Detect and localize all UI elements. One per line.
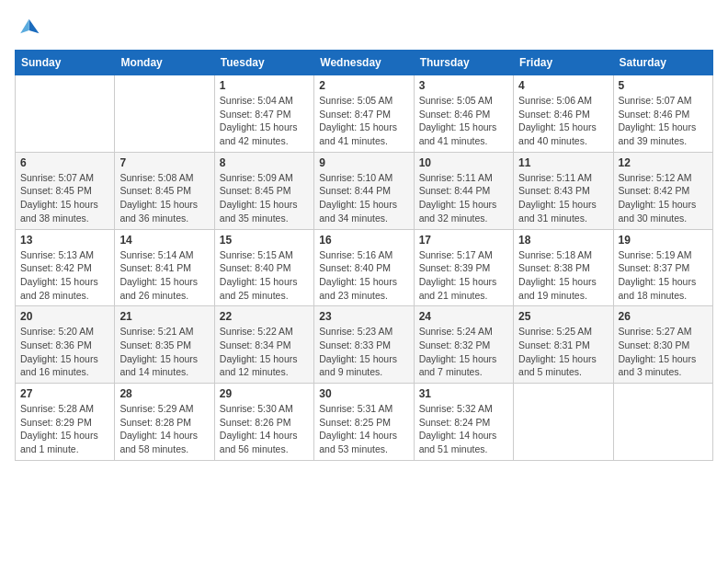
calendar-cell: 30Sunrise: 5:31 AM Sunset: 8:25 PM Dayli… <box>314 384 414 461</box>
calendar-cell: 14Sunrise: 5:14 AM Sunset: 8:41 PM Dayli… <box>115 229 214 306</box>
day-info: Sunrise: 5:07 AM Sunset: 8:45 PM Dayligh… <box>20 171 109 225</box>
calendar-cell: 3Sunrise: 5:05 AM Sunset: 8:46 PM Daylig… <box>414 75 513 153</box>
day-number: 6 <box>20 156 109 169</box>
day-info: Sunrise: 5:21 AM Sunset: 8:35 PM Dayligh… <box>119 325 209 379</box>
day-info: Sunrise: 5:16 AM Sunset: 8:40 PM Dayligh… <box>319 248 408 303</box>
day-number: 24 <box>419 310 508 323</box>
day-number: 14 <box>119 234 209 247</box>
calendar-cell: 27Sunrise: 5:28 AM Sunset: 8:29 PM Dayli… <box>16 384 115 461</box>
day-number: 10 <box>419 156 508 169</box>
calendar-cell: 25Sunrise: 5:25 AM Sunset: 8:31 PM Dayli… <box>514 306 613 384</box>
day-number: 13 <box>20 234 109 247</box>
day-number: 12 <box>619 156 708 169</box>
day-number: 18 <box>518 234 608 247</box>
day-number: 16 <box>319 234 408 247</box>
day-info: Sunrise: 5:18 AM Sunset: 8:38 PM Dayligh… <box>518 248 608 303</box>
calendar-cell: 10Sunrise: 5:11 AM Sunset: 8:44 PM Dayli… <box>414 152 513 229</box>
calendar-cell <box>16 75 115 153</box>
calendar-cell: 29Sunrise: 5:30 AM Sunset: 8:26 PM Dayli… <box>214 384 313 461</box>
day-info: Sunrise: 5:14 AM Sunset: 8:41 PM Dayligh… <box>119 248 209 303</box>
day-info: Sunrise: 5:20 AM Sunset: 8:36 PM Dayligh… <box>20 325 109 379</box>
day-number: 11 <box>518 156 608 169</box>
day-number: 1 <box>220 79 309 92</box>
calendar-cell: 20Sunrise: 5:20 AM Sunset: 8:36 PM Dayli… <box>16 306 115 384</box>
day-info: Sunrise: 5:32 AM Sunset: 8:24 PM Dayligh… <box>419 402 508 456</box>
day-info: Sunrise: 5:05 AM Sunset: 8:46 PM Dayligh… <box>419 94 508 148</box>
calendar-cell: 21Sunrise: 5:21 AM Sunset: 8:35 PM Dayli… <box>115 306 214 384</box>
day-info: Sunrise: 5:23 AM Sunset: 8:33 PM Dayligh… <box>319 325 408 379</box>
calendar-cell: 5Sunrise: 5:07 AM Sunset: 8:46 PM Daylig… <box>613 75 712 153</box>
column-header-monday: Monday <box>115 51 214 75</box>
day-number: 4 <box>518 79 608 92</box>
day-info: Sunrise: 5:13 AM Sunset: 8:42 PM Dayligh… <box>20 248 109 303</box>
calendar-cell: 22Sunrise: 5:22 AM Sunset: 8:34 PM Dayli… <box>214 306 313 384</box>
calendar-cell: 24Sunrise: 5:24 AM Sunset: 8:32 PM Dayli… <box>414 306 513 384</box>
calendar-cell: 6Sunrise: 5:07 AM Sunset: 8:45 PM Daylig… <box>16 152 115 229</box>
calendar-cell: 19Sunrise: 5:19 AM Sunset: 8:37 PM Dayli… <box>613 229 712 306</box>
day-info: Sunrise: 5:05 AM Sunset: 8:47 PM Dayligh… <box>319 94 408 148</box>
day-info: Sunrise: 5:24 AM Sunset: 8:32 PM Dayligh… <box>419 325 508 379</box>
calendar-week-row: 13Sunrise: 5:13 AM Sunset: 8:42 PM Dayli… <box>16 229 713 306</box>
day-number: 20 <box>20 310 109 323</box>
calendar-cell: 2Sunrise: 5:05 AM Sunset: 8:47 PM Daylig… <box>314 75 414 153</box>
calendar-week-row: 6Sunrise: 5:07 AM Sunset: 8:45 PM Daylig… <box>16 152 713 229</box>
day-number: 29 <box>220 387 309 400</box>
day-info: Sunrise: 5:12 AM Sunset: 8:42 PM Dayligh… <box>619 171 708 225</box>
calendar-cell: 1Sunrise: 5:04 AM Sunset: 8:47 PM Daylig… <box>214 75 313 153</box>
calendar-cell: 26Sunrise: 5:27 AM Sunset: 8:30 PM Dayli… <box>613 306 712 384</box>
calendar-cell: 9Sunrise: 5:10 AM Sunset: 8:44 PM Daylig… <box>314 152 414 229</box>
day-number: 26 <box>619 310 708 323</box>
day-info: Sunrise: 5:17 AM Sunset: 8:39 PM Dayligh… <box>419 248 508 303</box>
day-info: Sunrise: 5:31 AM Sunset: 8:25 PM Dayligh… <box>319 402 408 456</box>
day-info: Sunrise: 5:11 AM Sunset: 8:44 PM Dayligh… <box>419 171 508 225</box>
day-number: 19 <box>619 234 708 247</box>
day-info: Sunrise: 5:10 AM Sunset: 8:44 PM Dayligh… <box>319 171 408 225</box>
day-info: Sunrise: 5:28 AM Sunset: 8:29 PM Dayligh… <box>20 402 109 456</box>
day-info: Sunrise: 5:30 AM Sunset: 8:26 PM Dayligh… <box>220 402 309 456</box>
calendar-week-row: 1Sunrise: 5:04 AM Sunset: 8:47 PM Daylig… <box>16 75 713 153</box>
day-number: 9 <box>319 156 408 169</box>
column-header-wednesday: Wednesday <box>314 51 414 75</box>
day-info: Sunrise: 5:29 AM Sunset: 8:28 PM Dayligh… <box>119 402 209 456</box>
day-number: 28 <box>119 387 209 400</box>
logo <box>15 15 44 40</box>
calendar-week-row: 20Sunrise: 5:20 AM Sunset: 8:36 PM Dayli… <box>16 306 713 384</box>
calendar-cell: 4Sunrise: 5:06 AM Sunset: 8:46 PM Daylig… <box>514 75 613 153</box>
day-info: Sunrise: 5:04 AM Sunset: 8:47 PM Dayligh… <box>220 94 309 148</box>
day-info: Sunrise: 5:22 AM Sunset: 8:34 PM Dayligh… <box>220 325 309 379</box>
column-header-saturday: Saturday <box>613 51 712 75</box>
column-header-thursday: Thursday <box>414 51 513 75</box>
day-number: 30 <box>319 387 408 400</box>
day-number: 15 <box>220 234 309 247</box>
day-number: 21 <box>119 310 209 323</box>
calendar-week-row: 27Sunrise: 5:28 AM Sunset: 8:29 PM Dayli… <box>16 384 713 461</box>
calendar-cell: 12Sunrise: 5:12 AM Sunset: 8:42 PM Dayli… <box>613 152 712 229</box>
calendar-cell: 7Sunrise: 5:08 AM Sunset: 8:45 PM Daylig… <box>115 152 214 229</box>
day-info: Sunrise: 5:06 AM Sunset: 8:46 PM Dayligh… <box>518 94 608 148</box>
calendar-cell <box>613 384 712 461</box>
column-header-tuesday: Tuesday <box>214 51 313 75</box>
calendar-cell <box>514 384 613 461</box>
day-number: 23 <box>319 310 408 323</box>
calendar-cell: 31Sunrise: 5:32 AM Sunset: 8:24 PM Dayli… <box>414 384 513 461</box>
day-number: 7 <box>119 156 209 169</box>
column-header-sunday: Sunday <box>16 51 115 75</box>
calendar-cell: 8Sunrise: 5:09 AM Sunset: 8:45 PM Daylig… <box>214 152 313 229</box>
day-info: Sunrise: 5:19 AM Sunset: 8:37 PM Dayligh… <box>619 248 708 303</box>
day-info: Sunrise: 5:11 AM Sunset: 8:43 PM Dayligh… <box>518 171 608 225</box>
day-info: Sunrise: 5:27 AM Sunset: 8:30 PM Dayligh… <box>619 325 708 379</box>
day-number: 5 <box>619 79 708 92</box>
calendar-cell: 28Sunrise: 5:29 AM Sunset: 8:28 PM Dayli… <box>115 384 214 461</box>
calendar-cell: 13Sunrise: 5:13 AM Sunset: 8:42 PM Dayli… <box>16 229 115 306</box>
calendar-cell: 18Sunrise: 5:18 AM Sunset: 8:38 PM Dayli… <box>514 229 613 306</box>
calendar-cell: 15Sunrise: 5:15 AM Sunset: 8:40 PM Dayli… <box>214 229 313 306</box>
calendar-cell: 11Sunrise: 5:11 AM Sunset: 8:43 PM Dayli… <box>514 152 613 229</box>
day-number: 27 <box>20 387 109 400</box>
day-info: Sunrise: 5:25 AM Sunset: 8:31 PM Dayligh… <box>518 325 608 379</box>
calendar-cell: 16Sunrise: 5:16 AM Sunset: 8:40 PM Dayli… <box>314 229 414 306</box>
day-number: 31 <box>419 387 508 400</box>
page-header <box>15 15 713 40</box>
calendar-cell: 23Sunrise: 5:23 AM Sunset: 8:33 PM Dayli… <box>314 306 414 384</box>
day-number: 3 <box>419 79 508 92</box>
calendar-header-row: SundayMondayTuesdayWednesdayThursdayFrid… <box>16 51 713 75</box>
